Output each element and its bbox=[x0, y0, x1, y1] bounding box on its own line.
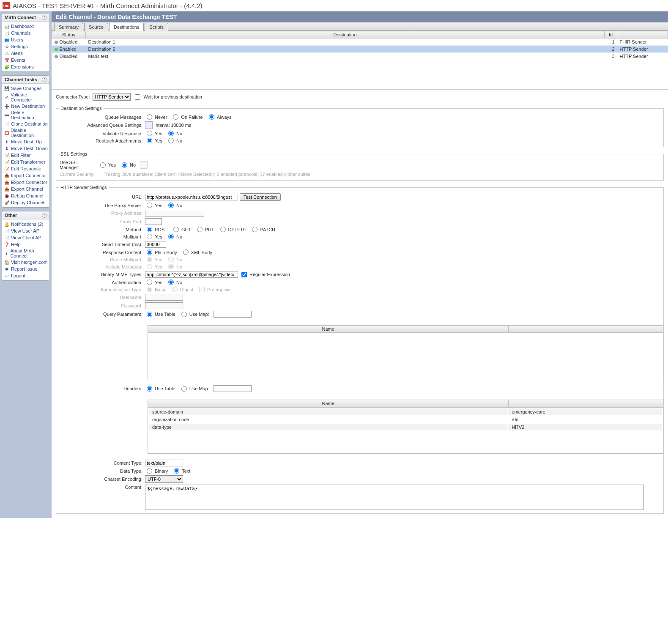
queue-onfail-radio[interactable] bbox=[173, 114, 178, 120]
proxy-yes-radio[interactable] bbox=[147, 203, 152, 208]
query-params-table[interactable]: Name bbox=[148, 325, 663, 333]
nav-item[interactable]: 🧩Extensions bbox=[4, 63, 48, 70]
nav-item[interactable]: 📝Edit Transformer bbox=[4, 159, 48, 165]
reattach-yes-radio[interactable] bbox=[147, 138, 152, 143]
auth-no-radio[interactable] bbox=[168, 280, 174, 285]
method-post-radio[interactable] bbox=[147, 227, 152, 232]
nav-item[interactable]: ➕New Destination bbox=[4, 103, 48, 110]
queue-always-radio[interactable] bbox=[209, 114, 214, 120]
nav-item[interactable]: 📅Events bbox=[4, 57, 48, 63]
hd-table-radio[interactable] bbox=[147, 386, 152, 392]
nav-item[interactable]: 📄View User API bbox=[4, 227, 48, 234]
headers-table[interactable]: Name bbox=[148, 400, 663, 407]
method-delete-radio[interactable] bbox=[220, 227, 226, 232]
validate-yes-radio[interactable] bbox=[147, 131, 152, 136]
ssl-no-radio[interactable] bbox=[122, 162, 127, 168]
header-row[interactable]: organization-coder0d bbox=[149, 416, 662, 423]
timeout-input[interactable] bbox=[145, 241, 166, 248]
tab-source[interactable]: Source bbox=[84, 23, 108, 31]
nav-item[interactable]: 🚀Deploy Channel bbox=[4, 199, 48, 206]
collapse-icon[interactable]: ⌃ bbox=[42, 15, 47, 20]
collapse-icon[interactable]: ⌃ bbox=[42, 77, 47, 82]
data-text-radio[interactable] bbox=[174, 468, 179, 474]
nav-item[interactable]: 📤Export Channel bbox=[4, 186, 48, 192]
tab-scripts[interactable]: Scripts bbox=[145, 23, 168, 31]
nav-label: Alerts bbox=[11, 51, 23, 56]
url-input[interactable] bbox=[145, 194, 238, 200]
nav-item[interactable]: 📄View Client API bbox=[4, 234, 48, 241]
nav-item[interactable]: ⬆Move Dest. Up bbox=[4, 138, 48, 145]
content-type-input[interactable] bbox=[145, 460, 183, 466]
nav-label: About Mirth Connect bbox=[10, 248, 48, 258]
nav-item[interactable]: ⚠Alerts bbox=[4, 50, 48, 57]
connector-type-select[interactable]: HTTP Sender bbox=[93, 93, 131, 101]
charset-select[interactable]: UTF-8 bbox=[145, 475, 183, 483]
method-put-radio[interactable] bbox=[197, 227, 203, 232]
nav-item[interactable]: 🔔Notifications (2) bbox=[4, 221, 48, 227]
queue-never-radio[interactable] bbox=[147, 114, 152, 120]
nav-item[interactable]: 📄Clone Destination bbox=[4, 121, 48, 127]
destinations-table[interactable]: Status Destination Id DisabledDestinatio… bbox=[52, 31, 668, 60]
nav-item[interactable]: 📤Export Connector bbox=[4, 179, 48, 186]
collapse-icon[interactable]: ⌃ bbox=[42, 213, 47, 218]
nav-icon: ⭕ bbox=[4, 130, 9, 136]
nav-item[interactable]: ⭕Disable Destination bbox=[4, 127, 48, 138]
auth-yes-radio[interactable] bbox=[147, 280, 152, 285]
hd-map-input[interactable] bbox=[214, 385, 252, 392]
destination-row[interactable]: DisabledMaris test3HTTP Sender bbox=[52, 53, 668, 60]
destination-row[interactable]: DisabledDestination 11FHIR Sender bbox=[52, 38, 668, 46]
current-security-label: Current Security: bbox=[56, 172, 99, 177]
wait-previous-checkbox[interactable] bbox=[135, 94, 140, 100]
nav-item[interactable]: ⚙Settings bbox=[4, 43, 48, 50]
method-patch-radio[interactable] bbox=[252, 227, 257, 232]
nav-item[interactable]: 📑Channels bbox=[4, 30, 48, 36]
method-get-radio[interactable] bbox=[173, 227, 179, 232]
nav-item[interactable]: 📝Edit Response bbox=[4, 165, 48, 172]
col-destination[interactable]: Destination bbox=[86, 31, 605, 38]
nav-item[interactable]: 📝Edit Filter bbox=[4, 152, 48, 159]
nav-icon: ➖ bbox=[4, 112, 10, 118]
content-textarea[interactable] bbox=[145, 485, 644, 510]
col-status[interactable]: Status bbox=[52, 31, 86, 38]
nav-item[interactable]: 🐞Debug Channel bbox=[4, 192, 48, 199]
tab-summary[interactable]: Summary bbox=[54, 23, 83, 31]
multipart-yes-radio[interactable] bbox=[147, 234, 152, 239]
ssl-yes-radio[interactable] bbox=[100, 162, 106, 168]
resp-plain-radio[interactable] bbox=[147, 249, 152, 255]
nav-item[interactable]: 👥Users bbox=[4, 36, 48, 43]
resp-xml-radio[interactable] bbox=[183, 249, 189, 255]
nav-item[interactable]: ℹAbout Mirth Connect bbox=[4, 248, 48, 259]
header-row[interactable]: data-typeHl7V2 bbox=[149, 424, 662, 430]
bin-mime-input[interactable] bbox=[145, 271, 238, 278]
header-row[interactable]: source-domainemergency-care bbox=[149, 408, 662, 415]
col-connector[interactable] bbox=[617, 31, 668, 38]
multipart-no-radio[interactable] bbox=[168, 234, 174, 239]
hd-map-radio[interactable] bbox=[181, 386, 187, 392]
incl-meta-label: Include Metadata: bbox=[56, 264, 145, 269]
proxy-no-radio[interactable] bbox=[168, 203, 174, 208]
nav-label: Edit Transformer bbox=[11, 159, 45, 164]
nav-item[interactable]: 💾Save Changes bbox=[4, 85, 48, 92]
nav-item[interactable]: ❓Help bbox=[4, 241, 48, 248]
queue-settings-icon[interactable] bbox=[145, 121, 153, 129]
nav-item[interactable]: 🏠Visit nextgen.com bbox=[4, 259, 48, 266]
nav-item[interactable]: ➖Delete Destination bbox=[4, 110, 48, 121]
validate-no-radio[interactable] bbox=[168, 131, 174, 136]
destination-row[interactable]: EnabledDestination 22HTTP Sender bbox=[52, 46, 668, 53]
reattach-no-radio[interactable] bbox=[168, 138, 174, 143]
tab-destinations[interactable]: Destinations bbox=[109, 23, 144, 31]
nav-item[interactable]: 📥Import Connector bbox=[4, 172, 48, 179]
col-id[interactable]: Id bbox=[605, 31, 617, 38]
nav-item[interactable]: ↩Logout bbox=[4, 272, 48, 279]
nav-item[interactable]: ✔Validate Connector bbox=[4, 92, 48, 103]
qp-table-radio[interactable] bbox=[147, 312, 152, 317]
data-binary-radio[interactable] bbox=[147, 468, 152, 474]
test-connection-button[interactable]: Test Connection bbox=[240, 193, 281, 201]
panel-channel-tasks: Channel Tasks⌃ 💾Save Changes✔Validate Co… bbox=[2, 75, 50, 208]
nav-item[interactable]: ✱Report Issue bbox=[4, 266, 48, 272]
regex-checkbox[interactable] bbox=[241, 272, 247, 277]
nav-item[interactable]: 📊Dashboard bbox=[4, 23, 48, 30]
qp-map-input[interactable] bbox=[214, 311, 252, 318]
nav-item[interactable]: ⬇Move Dest. Down bbox=[4, 145, 48, 152]
qp-map-radio[interactable] bbox=[181, 312, 187, 317]
